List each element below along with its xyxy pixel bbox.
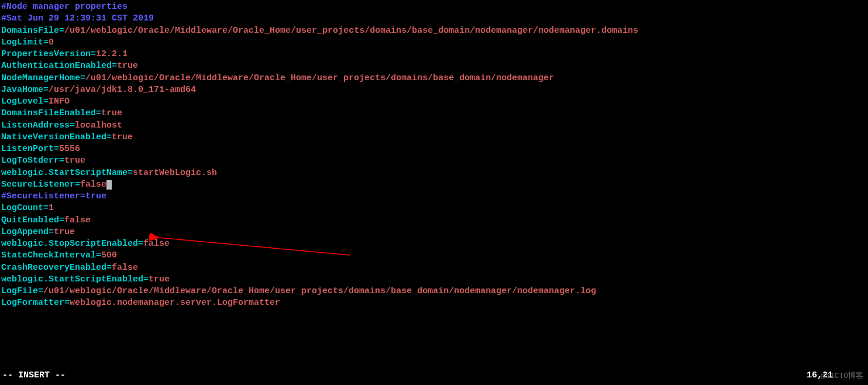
watermark-text: @51CTO博客 bbox=[821, 371, 863, 381]
config-line: NodeManagerHome=/u01/weblogic/Oracle/Mid… bbox=[1, 73, 867, 84]
prop-val: localhost bbox=[75, 121, 122, 130]
prop-key: DomainsFile bbox=[1, 26, 59, 36]
prop-key: StateCheckInterval bbox=[1, 250, 96, 260]
prop-val: INFO bbox=[49, 97, 70, 106]
config-line: JavaHome=/usr/java/jdk1.8.0_171-amd64 bbox=[1, 84, 867, 96]
prop-key: NativeVersionEnabled bbox=[1, 132, 106, 142]
prop-key: ListenAddress bbox=[1, 121, 70, 130]
config-line: weblogic.StopScriptEnabled=false bbox=[1, 238, 867, 250]
prop-key: LogLevel bbox=[1, 97, 43, 106]
prop-key: weblogic.StartScriptName bbox=[1, 168, 128, 178]
config-line: AuthenticationEnabled=true bbox=[1, 60, 867, 72]
prop-val: weblogic.nodemanager.server.LogFormatter bbox=[70, 298, 280, 308]
prop-key: weblogic.StopScriptEnabled bbox=[1, 239, 138, 249]
config-line: LogLimit=0 bbox=[1, 37, 867, 49]
prop-key: LogCount bbox=[1, 203, 43, 213]
prop-key: NodeManagerHome bbox=[1, 73, 80, 83]
config-line: weblogic.StartScriptName=startWebLogic.s… bbox=[1, 167, 867, 179]
prop-val: false bbox=[143, 239, 170, 249]
prop-val: true bbox=[112, 132, 133, 142]
prop-key: AuthenticationEnabled bbox=[1, 61, 112, 71]
config-line: LogAppend=true bbox=[1, 226, 867, 238]
prop-val: /u01/weblogic/Oracle/Middleware/Oracle_H… bbox=[85, 73, 554, 83]
prop-key: PropertiesVersion bbox=[1, 49, 91, 59]
prop-key: DomainsFileEnabled bbox=[1, 108, 96, 118]
prop-val: 500 bbox=[101, 250, 117, 260]
prop-val: /usr/java/jdk1.8.0_171-amd64 bbox=[49, 85, 196, 95]
prop-key: LogFormatter bbox=[1, 298, 64, 308]
prop-val: true bbox=[101, 108, 122, 118]
prop-key: LogLimit bbox=[1, 37, 43, 47]
prop-key: JavaHome bbox=[1, 85, 43, 95]
editor-mode-status: -- INSERT -- bbox=[2, 370, 66, 381]
prop-val: 1 bbox=[49, 203, 54, 213]
config-comment: #SecureListener=true bbox=[1, 191, 867, 202]
config-line: ListenPort=5556 bbox=[1, 143, 867, 155]
cursor-icon bbox=[106, 180, 112, 190]
terminal-editor[interactable]: #Node manager properties #Sat Jun 29 12:… bbox=[1, 1, 867, 310]
prop-val: /u01/weblogic/Oracle/Middleware/Oracle_H… bbox=[43, 286, 596, 296]
prop-val: false bbox=[112, 263, 138, 273]
config-line: LogFile=/u01/weblogic/Oracle/Middleware/… bbox=[1, 286, 867, 297]
prop-val: false bbox=[80, 180, 106, 190]
config-line: weblogic.StartScriptEnabled=true bbox=[1, 274, 867, 286]
prop-key: weblogic.StartScriptEnabled bbox=[1, 274, 143, 284]
config-line: LogCount=1 bbox=[1, 202, 867, 214]
config-line: DomainsFile=/u01/weblogic/Oracle/Middlew… bbox=[1, 25, 867, 37]
prop-val: true bbox=[64, 156, 85, 166]
config-line: SecureListener=false bbox=[1, 179, 867, 191]
prop-val: true bbox=[117, 61, 138, 71]
config-line: LogLevel=INFO bbox=[1, 96, 867, 108]
prop-val: startWebLogic.sh bbox=[133, 168, 217, 178]
config-line: PropertiesVersion=12.2.1 bbox=[1, 49, 867, 60]
config-line: CrashRecoveryEnabled=false bbox=[1, 262, 867, 274]
config-line: QuitEnabled=false bbox=[1, 215, 867, 226]
prop-key: CrashRecoveryEnabled bbox=[1, 263, 106, 273]
prop-val: 12.2.1 bbox=[96, 49, 128, 59]
prop-val: /u01/weblogic/Oracle/Middleware/Oracle_H… bbox=[64, 26, 638, 36]
config-line: StateCheckInterval=500 bbox=[1, 250, 867, 262]
config-line: ListenAddress=localhost bbox=[1, 120, 867, 132]
config-line: NativeVersionEnabled=true bbox=[1, 132, 867, 143]
config-line: LogFormatter=weblogic.nodemanager.server… bbox=[1, 297, 867, 309]
prop-key: LogToStderr bbox=[1, 156, 59, 166]
prop-val: false bbox=[64, 215, 91, 225]
config-comment: #Node manager properties bbox=[1, 1, 867, 13]
prop-val: 5556 bbox=[59, 144, 80, 154]
prop-key: LogFile bbox=[1, 286, 38, 296]
prop-val: 0 bbox=[49, 37, 54, 47]
prop-key: QuitEnabled bbox=[1, 215, 59, 225]
prop-val: true bbox=[54, 227, 75, 237]
config-line: LogToStderr=true bbox=[1, 155, 867, 167]
prop-key: ListenPort bbox=[1, 144, 54, 154]
config-line: DomainsFileEnabled=true bbox=[1, 108, 867, 119]
config-comment-date: #Sat Jun 29 12:39:31 CST 2019 bbox=[1, 13, 867, 25]
prop-val: true bbox=[149, 274, 170, 284]
prop-key: SecureListener bbox=[1, 180, 75, 190]
prop-key: LogAppend bbox=[1, 227, 49, 237]
